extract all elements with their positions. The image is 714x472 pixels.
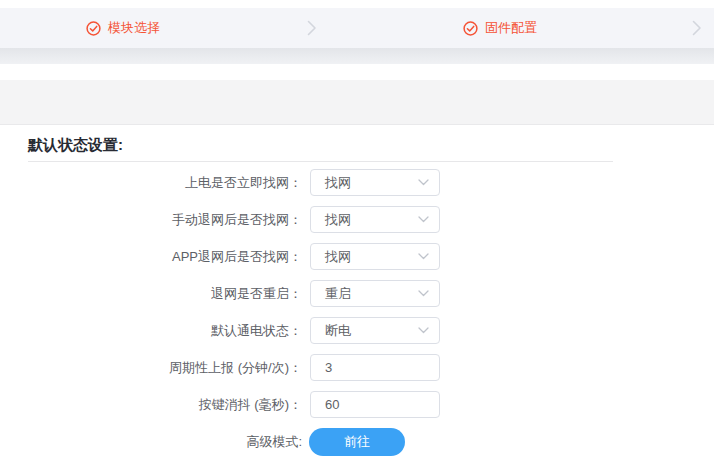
form-row: 高级模式: 前往 <box>0 428 714 455</box>
stepper-step-firmware-config[interactable]: 固件配置 <box>463 8 537 48</box>
step-label: 模块选择 <box>108 19 160 37</box>
select-value: 找网 <box>325 248 351 266</box>
chevron-down-icon <box>418 290 429 297</box>
form-row: 周期性上报 (分钟/次)： <box>0 354 714 381</box>
section-title: 默认状态设置: <box>28 136 714 155</box>
select-value: 重启 <box>325 285 351 303</box>
stepper-step-module-select[interactable]: 模块选择 <box>86 8 160 48</box>
divider-band <box>0 48 714 64</box>
chevron-right-icon <box>307 20 317 36</box>
select-exit-restart[interactable]: 重启 <box>310 280 440 307</box>
select-default-power-state[interactable]: 断电 <box>310 317 440 344</box>
stepper: 模块选择 固件配置 <box>0 8 714 48</box>
periodic-report-input[interactable] <box>310 354 440 381</box>
field-label: 周期性上报 (分钟/次)： <box>0 359 302 377</box>
field-label: 默认通电状态： <box>0 322 302 340</box>
divider <box>28 161 613 162</box>
select-power-on-search-network[interactable]: 找网 <box>310 169 440 196</box>
field-label: APP退网后是否找网： <box>0 248 302 266</box>
chevron-down-icon <box>418 216 429 223</box>
field-label: 手动退网后是否找网： <box>0 211 302 229</box>
advanced-mode-go-button[interactable]: 前往 <box>309 428 405 456</box>
step-label: 固件配置 <box>485 19 537 37</box>
chevron-down-icon <box>418 179 429 186</box>
select-value: 找网 <box>325 174 351 192</box>
form-row: 退网是否重启： 重启 <box>0 280 714 307</box>
chevron-right-icon <box>692 20 702 36</box>
form-row: 按键消抖 (毫秒)： <box>0 391 714 418</box>
select-manual-exit-search-network[interactable]: 找网 <box>310 206 440 233</box>
collapsed-panel <box>0 80 714 125</box>
chevron-down-icon <box>418 327 429 334</box>
form-row: 默认通电状态： 断电 <box>0 317 714 344</box>
check-circle-icon <box>463 21 478 36</box>
settings-panel: 默认状态设置: 上电是否立即找网： 找网 手动退网后是否找网： 找网 <box>0 125 714 465</box>
form-row: 手动退网后是否找网： 找网 <box>0 206 714 233</box>
select-value: 找网 <box>325 211 351 229</box>
field-label: 高级模式: <box>0 433 302 451</box>
form-row: APP退网后是否找网： 找网 <box>0 243 714 270</box>
field-label: 退网是否重启： <box>0 285 302 303</box>
select-app-exit-search-network[interactable]: 找网 <box>310 243 440 270</box>
form-row: 上电是否立即找网： 找网 <box>0 169 714 196</box>
settings-form: 上电是否立即找网： 找网 手动退网后是否找网： 找网 A <box>0 169 714 455</box>
chevron-down-icon <box>418 253 429 260</box>
field-label: 按键消抖 (毫秒)： <box>0 396 302 414</box>
firmware-config-screen: 模块选择 固件配置 默认状态设置: <box>0 0 714 472</box>
key-debounce-input[interactable] <box>310 391 440 418</box>
check-circle-icon <box>86 21 101 36</box>
select-value: 断电 <box>325 322 351 340</box>
field-label: 上电是否立即找网： <box>0 174 302 192</box>
